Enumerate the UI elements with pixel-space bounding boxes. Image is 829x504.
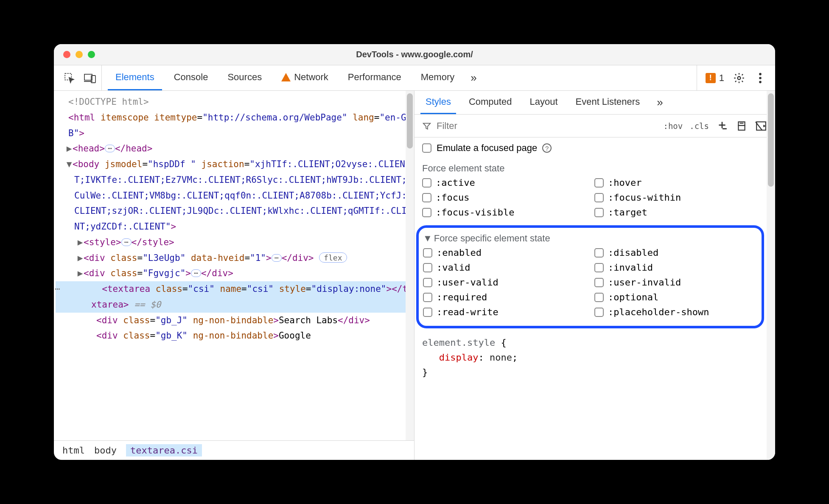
state-optional[interactable]: :optional	[594, 292, 757, 302]
tab-label: Memory	[421, 72, 454, 83]
checkbox[interactable]	[423, 248, 432, 258]
checkbox[interactable]	[422, 208, 431, 217]
collapse-icon[interactable]: ▼	[66, 157, 73, 172]
emulate-focused-page: Emulate a focused page ?	[414, 137, 766, 159]
expand-icon[interactable]: ▶	[77, 250, 84, 266]
ellipsis-icon[interactable]: ⋯	[191, 269, 201, 277]
tab-elements[interactable]: Elements	[108, 65, 162, 90]
breadcrumb-item[interactable]: html	[62, 445, 85, 456]
tab-memory[interactable]: Memory	[413, 65, 462, 90]
styles-tab-event-listeners[interactable]: Event Listeners	[571, 91, 645, 114]
kebab-menu-icon[interactable]	[754, 72, 767, 84]
tab-console[interactable]: Console	[166, 65, 216, 90]
checkbox[interactable]	[594, 293, 604, 302]
state-active[interactable]: :active	[422, 177, 586, 188]
cls-toggle[interactable]: .cls	[689, 121, 709, 131]
ellipsis-icon[interactable]: ⋯	[272, 254, 282, 262]
device-toolbar-icon[interactable]	[84, 72, 96, 84]
tab-label: Elements	[115, 72, 154, 83]
div-node-gb-k[interactable]: <div class="gb_K" ng-non-bindable>Google	[56, 328, 413, 344]
state-hover[interactable]: :hover	[594, 177, 758, 188]
state-valid[interactable]: :valid	[423, 262, 586, 273]
property-value[interactable]: none	[490, 352, 512, 363]
settings-icon[interactable]	[733, 72, 745, 84]
state-user-valid[interactable]: :user-valid	[423, 277, 586, 288]
checkbox[interactable]	[422, 178, 431, 188]
checkbox[interactable]	[594, 308, 604, 317]
ellipsis-icon[interactable]: ⋯	[121, 238, 132, 246]
tab-network[interactable]: Network	[274, 65, 336, 90]
state-label: :required	[437, 292, 487, 302]
checkbox[interactable]	[594, 208, 604, 217]
body-node[interactable]: ▼<body jsmodel="hspDDf " jsaction="xjhTI…	[56, 157, 413, 235]
breadcrumb-item[interactable]: body	[94, 445, 117, 456]
expand-icon[interactable]: ▶	[77, 266, 84, 281]
checkbox[interactable]	[594, 248, 604, 258]
state-invalid[interactable]: :invalid	[594, 262, 757, 273]
div-node-fgvgjc[interactable]: ▶<div class="Fgvgjc">⋯</div>	[56, 266, 413, 281]
doctype-node[interactable]: <!DOCTYPE html>	[68, 97, 149, 107]
filter-input[interactable]: Filter	[422, 120, 656, 132]
html-node[interactable]: <html itemscope itemtype="http://schema.…	[56, 110, 413, 141]
div-node-l3eugb[interactable]: ▶<div class="L3eUgb" data-hveid="1">⋯</d…	[56, 250, 413, 266]
state-enabled[interactable]: :enabled	[423, 247, 586, 258]
state-label: :user-valid	[437, 277, 499, 288]
dom-tree[interactable]: <!DOCTYPE html> <html itemscope itemtype…	[54, 91, 414, 440]
state-focus[interactable]: :focus	[422, 192, 586, 203]
styles-tab-computed[interactable]: Computed	[464, 91, 517, 114]
breadcrumb-item-active[interactable]: textarea.csi	[126, 444, 202, 456]
checkbox[interactable]	[423, 278, 432, 287]
collapse-icon[interactable]: ▼	[423, 233, 432, 244]
checkbox[interactable]	[594, 178, 604, 188]
inspect-element-icon[interactable]	[63, 72, 76, 84]
state-required[interactable]: :required	[423, 292, 586, 302]
styles-tab-styles[interactable]: Styles	[420, 91, 456, 114]
checkbox[interactable]	[422, 193, 431, 202]
styles-scrollbar[interactable]	[767, 91, 775, 460]
state-placeholder-shown[interactable]: :placeholder-shown	[594, 307, 757, 317]
new-style-rule-icon[interactable]	[716, 120, 728, 132]
state-focus-within[interactable]: :focus-within	[594, 192, 758, 203]
emulate-checkbox[interactable]	[422, 143, 431, 153]
flex-badge[interactable]: flex	[319, 252, 347, 263]
checkbox[interactable]	[594, 278, 604, 287]
checkbox[interactable]	[423, 263, 432, 272]
toggle-sidebar-icon[interactable]	[755, 120, 767, 132]
state-disabled[interactable]: :disabled	[594, 247, 757, 258]
issues-button[interactable]: ! 1	[706, 73, 724, 84]
state-user-invalid[interactable]: :user-invalid	[594, 277, 757, 288]
expand-icon[interactable]: ▶	[77, 235, 84, 250]
section-header-label: Force specific element state	[434, 233, 550, 244]
more-tabs-button[interactable]: »	[466, 65, 481, 90]
tab-performance[interactable]: Performance	[340, 65, 409, 90]
more-styles-tabs-button[interactable]: »	[653, 91, 667, 114]
checkbox[interactable]	[594, 193, 604, 202]
filter-placeholder: Filter	[437, 120, 457, 132]
dom-scrollbar[interactable]	[406, 91, 414, 440]
style-node[interactable]: ▶<style>⋯</style>	[56, 235, 413, 250]
help-icon[interactable]: ?	[542, 143, 552, 153]
section-header-specific[interactable]: ▼Force specific element state	[423, 230, 757, 246]
scrollbar-thumb[interactable]	[768, 93, 774, 187]
checkbox[interactable]	[594, 263, 604, 272]
div-node-gb-j[interactable]: <div class="gb_J" ng-non-bindable>Search…	[56, 313, 413, 328]
ellipsis-icon[interactable]: ⋯	[105, 145, 115, 152]
toolbar-right: ! 1	[697, 65, 771, 90]
state-focus-visible[interactable]: :focus-visible	[422, 207, 586, 218]
breadcrumb: html body textarea.csi	[54, 440, 414, 460]
element-style-rule[interactable]: element.style { display: none; }	[414, 333, 766, 383]
tab-sources[interactable]: Sources	[220, 65, 269, 90]
head-node[interactable]: ▶<head>⋯</head>	[56, 141, 413, 157]
hov-toggle[interactable]: :hov	[663, 121, 683, 131]
styles-tab-layout[interactable]: Layout	[524, 91, 563, 114]
checkbox[interactable]	[423, 308, 432, 317]
property-name[interactable]: display	[439, 352, 479, 363]
state-target[interactable]: :target	[594, 207, 758, 218]
scrollbar-thumb[interactable]	[407, 93, 413, 148]
computed-styles-sidebar-icon[interactable]	[735, 120, 748, 132]
checkbox[interactable]	[423, 293, 432, 302]
state-read-write[interactable]: :read-write	[423, 307, 586, 317]
expand-icon[interactable]: ▶	[66, 141, 73, 157]
textarea-node-selected[interactable]: ⋯ <textarea class="csi" name="csi" style…	[56, 281, 413, 313]
styles-body: Emulate a focused page ? Force element s…	[414, 137, 775, 460]
